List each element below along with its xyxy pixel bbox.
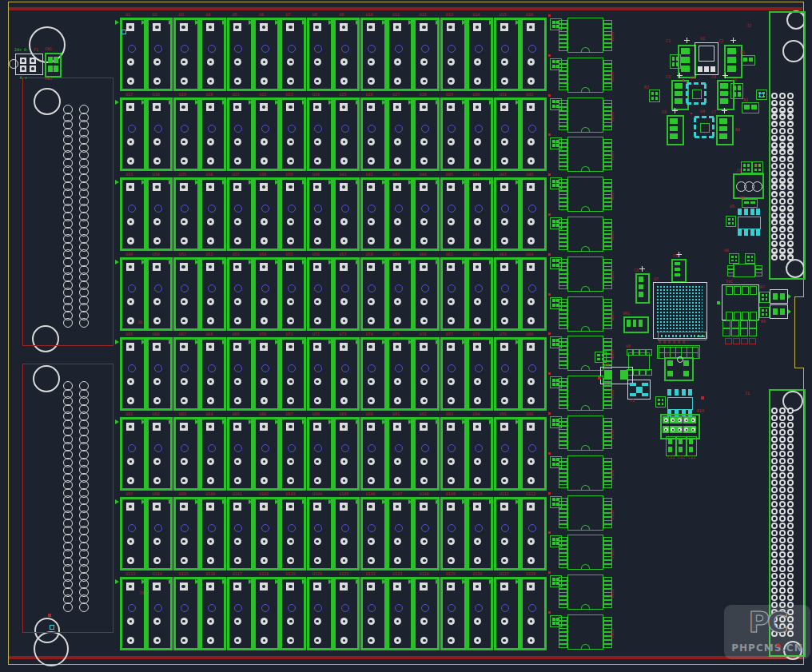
relay-footprint[interactable]: U116 [200,577,226,650]
relay-footprint[interactable]: U48 [520,177,547,251]
relay-footprint[interactable]: U85 [227,417,253,491]
relay-footprint[interactable]: U35 [173,177,200,251]
relay-footprint[interactable]: U127 [494,577,520,650]
bypass-cap-footprint[interactable] [550,58,562,70]
relay-footprint[interactable]: U119 [280,577,306,650]
relay-footprint[interactable]: U99 [173,497,200,571]
cap-footprint[interactable] [671,259,687,283]
relay-footprint[interactable]: U22 [253,97,280,171]
relay-footprint[interactable]: U41 [333,177,360,251]
pcb-canvas[interactable]: PC PHPCMS.CN U1U2U3U4U5U6U7U8U9U10U11U12… [0,0,812,672]
ic-footprint[interactable] [567,177,603,212]
relay-footprint[interactable]: U16 [520,18,547,91]
crystal-footprint[interactable] [627,380,651,400]
relay-footprint[interactable]: U100 [200,497,226,571]
relay-footprint[interactable]: U49 [120,257,146,331]
relay-footprint[interactable]: U109 [440,497,467,571]
relay-footprint[interactable]: U94 [467,417,493,491]
ic-footprint[interactable] [567,495,603,531]
relay-footprint[interactable]: U75 [387,337,413,411]
relay-footprint[interactable]: U26 [360,97,387,171]
relay-footprint[interactable]: U32 [520,97,547,171]
bypass-cap-footprint[interactable] [550,18,562,30]
relay-footprint[interactable]: U37 [227,177,253,251]
ic-footprint[interactable] [567,575,603,610]
relay-footprint[interactable]: U66 [146,337,173,411]
relay-footprint[interactable]: U47 [494,177,520,251]
regulator-footprint[interactable] [695,42,718,75]
chip-footprint[interactable] [649,89,660,102]
relay-footprint[interactable]: U7 [280,18,306,91]
relay-footprint[interactable]: U63 [494,257,520,331]
relay-footprint[interactable]: U53 [227,257,253,331]
relay-footprint[interactable]: U72 [307,337,333,411]
relay-footprint[interactable]: U82 [146,417,173,491]
relay-footprint[interactable]: U73 [333,337,360,411]
soic-footprint[interactable] [666,389,695,416]
resistor-footprint[interactable] [742,199,758,208]
relay-footprint[interactable]: U21 [227,97,253,171]
relay-footprint[interactable]: U64 [520,257,547,331]
relay-footprint[interactable]: U89 [333,417,360,491]
resistor-footprint[interactable] [741,55,755,66]
relay-footprint[interactable]: U118 [253,577,280,650]
pad-array[interactable] [722,320,758,336]
relay-footprint[interactable]: U3 [173,18,200,91]
relay-footprint[interactable]: U77 [440,337,467,411]
relay-footprint[interactable]: U12 [413,18,440,91]
chip-footprint[interactable] [595,352,607,363]
relay-footprint[interactable]: U105 [333,497,360,571]
qfp-footprint[interactable] [692,114,716,140]
bypass-cap-footprint[interactable] [550,177,562,189]
bypass-cap-footprint[interactable] [550,217,562,229]
relay-footprint[interactable]: U88 [307,417,333,491]
terminal-footprint[interactable] [733,173,764,199]
relay-footprint[interactable]: U31 [494,97,520,171]
power-entry-footprint[interactable] [15,54,43,75]
relay-footprint[interactable]: U6 [253,18,280,91]
relay-footprint[interactable]: U102 [253,497,280,571]
relay-footprint[interactable]: U108 [413,497,440,571]
ic-footprint[interactable] [567,18,603,53]
bypass-cap-footprint[interactable] [550,535,562,547]
relay-footprint[interactable]: U1 [120,18,146,91]
relay-footprint[interactable]: U107 [387,497,413,571]
relay-footprint[interactable]: U76 [413,337,440,411]
relay-footprint[interactable]: U111 [494,497,520,571]
relay-footprint[interactable]: U17 [120,97,146,171]
ic-footprint[interactable] [567,416,603,451]
qfn-footprint[interactable] [722,284,759,320]
chip-footprint[interactable] [730,83,743,99]
chip-footprint[interactable] [759,307,770,318]
bypass-cap-footprint[interactable] [550,496,562,508]
cap-small-footprint[interactable] [687,436,697,456]
relay-footprint[interactable]: U96 [520,417,547,491]
relay-footprint[interactable]: U18 [146,97,173,171]
relay-footprint[interactable]: U61 [440,257,467,331]
bypass-cap-footprint[interactable] [550,456,562,468]
diode-footprint[interactable] [770,289,788,304]
relay-footprint[interactable]: U70 [253,337,280,411]
relay-footprint[interactable]: U110 [467,497,493,571]
ic-small-footprint[interactable] [733,264,755,277]
relay-footprint[interactable]: U51 [173,257,200,331]
relay-footprint[interactable]: U126 [467,577,493,650]
relay-footprint[interactable]: U68 [200,337,226,411]
relay-footprint[interactable]: U5 [227,18,253,91]
ic-footprint[interactable] [567,97,603,133]
ic-footprint[interactable] [567,58,603,93]
bypass-cap-footprint[interactable] [550,137,562,149]
relay-footprint[interactable]: U101 [227,497,253,571]
relay-footprint[interactable]: U50 [146,257,173,331]
relay-footprint[interactable]: U78 [467,337,493,411]
relay-footprint[interactable]: U114 [146,577,173,650]
relay-footprint[interactable]: U122 [360,577,387,650]
relay-footprint[interactable]: U86 [253,417,280,491]
relay-footprint[interactable]: U62 [467,257,493,331]
relay-footprint[interactable]: U52 [200,257,226,331]
relay-footprint[interactable]: U117 [227,577,253,650]
relay-footprint[interactable]: U28 [413,97,440,171]
chip-footprint[interactable] [726,216,736,227]
relay-footprint[interactable]: U92 [413,417,440,491]
relay-footprint[interactable]: U98 [146,497,173,571]
